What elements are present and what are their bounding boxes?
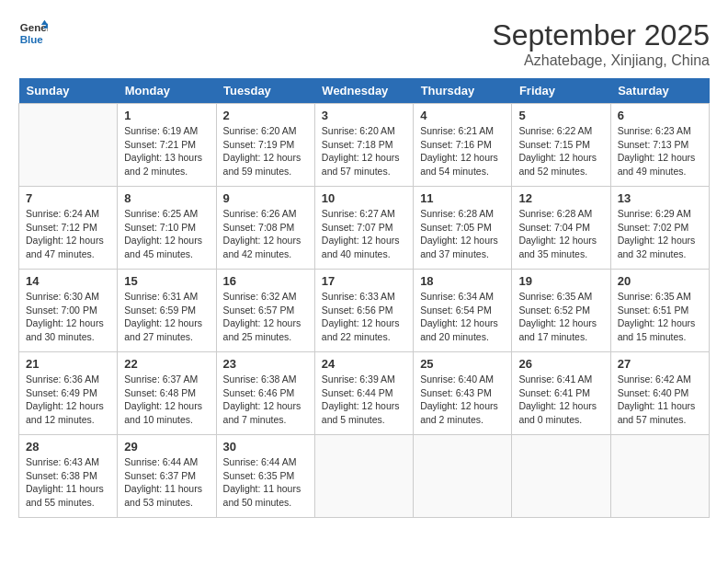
calendar-cell: 20Sunrise: 6:35 AM Sunset: 6:51 PM Dayli… [610,270,709,352]
day-info: Sunrise: 6:28 AM Sunset: 7:04 PM Dayligh… [518,207,603,261]
day-info: Sunrise: 6:23 AM Sunset: 7:13 PM Dayligh… [618,124,702,178]
day-info: Sunrise: 6:42 AM Sunset: 6:40 PM Dayligh… [618,373,702,427]
day-number: 13 [618,191,702,205]
day-info: Sunrise: 6:34 AM Sunset: 6:54 PM Dayligh… [420,290,505,344]
day-number: 29 [124,440,209,454]
calendar-header-row: SundayMondayTuesdayWednesdayThursdayFrid… [19,78,710,104]
calendar-cell: 15Sunrise: 6:31 AM Sunset: 6:59 PM Dayli… [118,270,216,352]
calendar-cell: 17Sunrise: 6:33 AM Sunset: 6:56 PM Dayli… [314,270,413,352]
day-info: Sunrise: 6:24 AM Sunset: 7:12 PM Dayligh… [26,207,110,261]
day-number: 24 [322,357,406,371]
day-info: Sunrise: 6:30 AM Sunset: 7:00 PM Dayligh… [26,290,110,344]
day-number: 23 [223,357,308,371]
calendar-cell [414,435,512,518]
calendar-cell: 16Sunrise: 6:32 AM Sunset: 6:57 PM Dayli… [216,270,314,352]
month-title: September 2025 [492,18,710,52]
calendar-cell [512,435,610,518]
calendar-cell: 21Sunrise: 6:36 AM Sunset: 6:49 PM Dayli… [19,352,118,435]
day-number: 6 [618,109,702,122]
day-info: Sunrise: 6:40 AM Sunset: 6:43 PM Dayligh… [420,373,505,427]
svg-text:Blue: Blue [20,34,44,45]
day-number: 22 [124,357,209,371]
day-info: Sunrise: 6:25 AM Sunset: 7:10 PM Dayligh… [124,207,209,261]
calendar-cell: 23Sunrise: 6:38 AM Sunset: 6:46 PM Dayli… [216,352,314,435]
calendar-cell: 22Sunrise: 6:37 AM Sunset: 6:48 PM Dayli… [118,352,216,435]
calendar-week-5: 28Sunrise: 6:43 AM Sunset: 6:38 PM Dayli… [19,435,710,518]
calendar-cell: 12Sunrise: 6:28 AM Sunset: 7:04 PM Dayli… [512,187,610,270]
day-info: Sunrise: 6:33 AM Sunset: 6:56 PM Dayligh… [322,290,406,344]
calendar-cell: 8Sunrise: 6:25 AM Sunset: 7:10 PM Daylig… [118,187,216,270]
calendar-week-2: 7Sunrise: 6:24 AM Sunset: 7:12 PM Daylig… [19,187,710,270]
calendar-cell: 18Sunrise: 6:34 AM Sunset: 6:54 PM Dayli… [414,270,512,352]
title-block: September 2025 Azhatebage, Xinjiang, Chi… [492,18,710,69]
calendar-cell [314,435,413,518]
calendar-cell: 6Sunrise: 6:23 AM Sunset: 7:13 PM Daylig… [610,104,709,187]
logo-icon: General Blue [18,18,48,48]
day-info: Sunrise: 6:35 AM Sunset: 6:52 PM Dayligh… [518,290,603,344]
day-number: 7 [26,191,110,205]
day-info: Sunrise: 6:43 AM Sunset: 6:38 PM Dayligh… [26,455,110,510]
calendar-cell: 28Sunrise: 6:43 AM Sunset: 6:38 PM Dayli… [19,435,118,518]
day-number: 16 [223,274,308,288]
day-number: 9 [223,191,308,205]
day-info: Sunrise: 6:39 AM Sunset: 6:44 PM Dayligh… [322,373,406,427]
calendar-cell: 14Sunrise: 6:30 AM Sunset: 7:00 PM Dayli… [19,270,118,352]
day-info: Sunrise: 6:44 AM Sunset: 6:35 PM Dayligh… [223,455,308,510]
day-info: Sunrise: 6:26 AM Sunset: 7:08 PM Dayligh… [223,207,308,261]
day-number: 12 [518,191,603,205]
column-header-sunday: Sunday [19,78,118,104]
day-info: Sunrise: 6:19 AM Sunset: 7:21 PM Dayligh… [124,124,209,178]
day-number: 28 [26,440,110,454]
calendar-cell: 11Sunrise: 6:28 AM Sunset: 7:05 PM Dayli… [414,187,512,270]
calendar-cell: 19Sunrise: 6:35 AM Sunset: 6:52 PM Dayli… [512,270,610,352]
day-number: 1 [124,109,209,122]
column-header-wednesday: Wednesday [314,78,413,104]
calendar-cell: 26Sunrise: 6:41 AM Sunset: 6:41 PM Dayli… [512,352,610,435]
day-number: 4 [420,109,505,122]
calendar-table: SundayMondayTuesdayWednesdayThursdayFrid… [18,78,710,518]
day-number: 8 [124,191,209,205]
day-number: 25 [420,357,505,371]
column-header-tuesday: Tuesday [216,78,314,104]
day-info: Sunrise: 6:35 AM Sunset: 6:51 PM Dayligh… [618,290,702,344]
calendar-cell [610,435,709,518]
calendar-week-3: 14Sunrise: 6:30 AM Sunset: 7:00 PM Dayli… [19,270,710,352]
column-header-monday: Monday [118,78,216,104]
calendar-week-1: 1Sunrise: 6:19 AM Sunset: 7:21 PM Daylig… [19,104,710,187]
day-number: 5 [518,109,603,122]
day-number: 11 [420,191,505,205]
column-header-thursday: Thursday [414,78,512,104]
day-info: Sunrise: 6:38 AM Sunset: 6:46 PM Dayligh… [223,373,308,427]
calendar-cell: 5Sunrise: 6:22 AM Sunset: 7:15 PM Daylig… [512,104,610,187]
calendar-week-4: 21Sunrise: 6:36 AM Sunset: 6:49 PM Dayli… [19,352,710,435]
calendar-cell: 25Sunrise: 6:40 AM Sunset: 6:43 PM Dayli… [414,352,512,435]
day-info: Sunrise: 6:44 AM Sunset: 6:37 PM Dayligh… [124,455,209,510]
location-subtitle: Azhatebage, Xinjiang, China [492,52,710,69]
calendar-cell: 24Sunrise: 6:39 AM Sunset: 6:44 PM Dayli… [314,352,413,435]
day-number: 14 [26,274,110,288]
day-info: Sunrise: 6:21 AM Sunset: 7:16 PM Dayligh… [420,124,505,178]
page-header: General Blue September 2025 Azhatebage, … [18,18,710,69]
day-info: Sunrise: 6:22 AM Sunset: 7:15 PM Dayligh… [518,124,603,178]
day-number: 18 [420,274,505,288]
calendar-cell: 2Sunrise: 6:20 AM Sunset: 7:19 PM Daylig… [216,104,314,187]
day-number: 26 [518,357,603,371]
day-info: Sunrise: 6:29 AM Sunset: 7:02 PM Dayligh… [618,207,702,261]
day-number: 21 [26,357,110,371]
day-info: Sunrise: 6:32 AM Sunset: 6:57 PM Dayligh… [223,290,308,344]
day-number: 30 [223,440,308,454]
calendar-body: 1Sunrise: 6:19 AM Sunset: 7:21 PM Daylig… [19,104,710,518]
day-info: Sunrise: 6:20 AM Sunset: 7:19 PM Dayligh… [223,124,308,178]
calendar-cell: 30Sunrise: 6:44 AM Sunset: 6:35 PM Dayli… [216,435,314,518]
column-header-friday: Friday [512,78,610,104]
calendar-cell: 13Sunrise: 6:29 AM Sunset: 7:02 PM Dayli… [610,187,709,270]
calendar-cell: 9Sunrise: 6:26 AM Sunset: 7:08 PM Daylig… [216,187,314,270]
calendar-cell: 10Sunrise: 6:27 AM Sunset: 7:07 PM Dayli… [314,187,413,270]
calendar-cell [19,104,118,187]
calendar-cell: 1Sunrise: 6:19 AM Sunset: 7:21 PM Daylig… [118,104,216,187]
day-info: Sunrise: 6:36 AM Sunset: 6:49 PM Dayligh… [26,373,110,427]
logo: General Blue [18,18,48,48]
day-info: Sunrise: 6:27 AM Sunset: 7:07 PM Dayligh… [322,207,406,261]
day-info: Sunrise: 6:31 AM Sunset: 6:59 PM Dayligh… [124,290,209,344]
calendar-cell: 27Sunrise: 6:42 AM Sunset: 6:40 PM Dayli… [610,352,709,435]
